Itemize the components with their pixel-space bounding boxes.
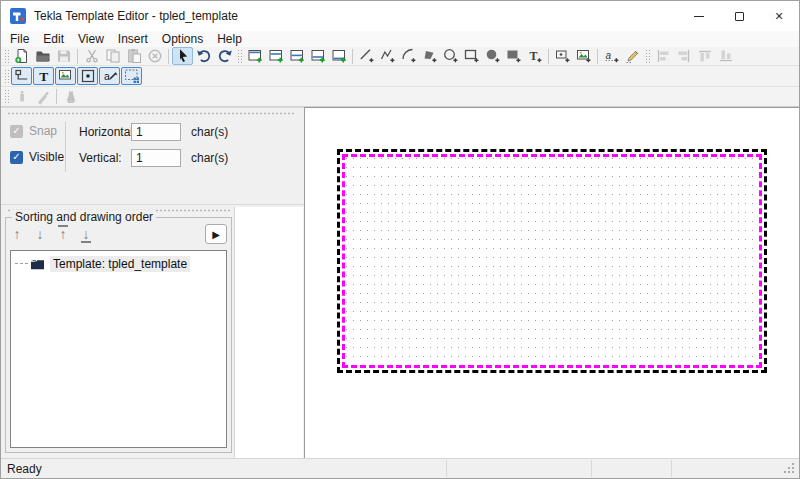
cut-button[interactable]	[81, 47, 102, 65]
toolbar-grip[interactable]	[237, 49, 242, 64]
menu-file[interactable]: File	[3, 31, 36, 47]
toolbar-grip[interactable]	[645, 49, 650, 64]
align-top-button[interactable]	[694, 47, 715, 65]
toggle-show-values-button[interactable]	[77, 67, 98, 85]
select-arrow-button[interactable]	[172, 47, 193, 65]
pen-tool-icon	[14, 89, 30, 105]
add-header-row-button[interactable]	[244, 47, 265, 65]
add-value-field-button[interactable]	[552, 47, 573, 65]
rotate-tool-icon	[35, 89, 51, 105]
add-polyline-button[interactable]	[377, 47, 398, 65]
open-file-button[interactable]	[32, 47, 53, 65]
add-filled-ellipse-button[interactable]	[482, 47, 503, 65]
tekla-logo-icon	[10, 8, 26, 24]
minimize-button[interactable]	[679, 1, 719, 31]
snap-checkbox[interactable]: ✓	[10, 125, 23, 138]
rotate-tool-button[interactable]	[32, 88, 53, 106]
redo-button[interactable]	[214, 47, 235, 65]
title-bar: Tekla Template Editor - tpled_template ×	[1, 1, 799, 31]
move-to-bottom-button[interactable]: ↓	[79, 226, 93, 242]
paste-button[interactable]	[123, 47, 144, 65]
maximize-button[interactable]	[719, 1, 759, 31]
toolbar-grip[interactable]	[4, 69, 9, 84]
dock-empty-area	[234, 207, 303, 458]
new-file-button[interactable]	[11, 47, 32, 65]
fill-tool-button[interactable]	[60, 88, 81, 106]
menu-insert[interactable]: Insert	[111, 31, 155, 47]
save-file-icon	[56, 48, 72, 64]
close-button[interactable]: ×	[759, 1, 799, 31]
toggle-show-drawing-area-button[interactable]	[121, 67, 142, 85]
sorting-section: Sorting and drawing order ↑ ↓ ↑ ↓ ▶ Temp…	[1, 205, 304, 458]
copy-icon	[105, 48, 121, 64]
align-right-icon	[676, 48, 692, 64]
pen-tool-button[interactable]	[11, 88, 32, 106]
add-page-footer-row-button[interactable]	[307, 47, 328, 65]
vertical-input[interactable]	[131, 149, 181, 167]
redo-icon	[217, 48, 233, 64]
horizontal-input[interactable]	[131, 123, 181, 141]
svg-text:T: T	[39, 69, 48, 84]
undo-button[interactable]	[193, 47, 214, 65]
svg-text:a: a	[104, 70, 110, 82]
menu-view[interactable]: View	[71, 31, 111, 47]
add-arc-icon	[401, 48, 417, 64]
add-circle-icon	[443, 48, 459, 64]
toggle-show-texts-button[interactable]: T	[33, 67, 54, 85]
menu-options[interactable]: Options	[155, 31, 210, 47]
add-footer-row-button[interactable]	[328, 47, 349, 65]
menu-help[interactable]: Help	[210, 31, 249, 47]
add-arc-button[interactable]	[398, 47, 419, 65]
align-left-button[interactable]	[652, 47, 673, 65]
align-bottom-button[interactable]	[715, 47, 736, 65]
toggle-show-attributes-button[interactable]: a	[99, 67, 120, 85]
add-filled-rectangle-button[interactable]	[503, 47, 524, 65]
expand-button[interactable]: ▶	[205, 224, 227, 244]
move-up-button[interactable]: ↑	[10, 226, 24, 242]
save-file-button[interactable]	[53, 47, 74, 65]
toggle-show-pictures-button[interactable]	[55, 67, 76, 85]
move-down-button[interactable]: ↓	[33, 226, 47, 242]
add-line-button[interactable]	[356, 47, 377, 65]
copy-button[interactable]	[102, 47, 123, 65]
delete-button[interactable]	[144, 47, 165, 65]
visible-checkbox[interactable]: ✓	[10, 151, 23, 164]
toggle-snap-objects-button[interactable]	[11, 67, 32, 85]
template-tree[interactable]: Template: tpled_template	[10, 250, 227, 448]
align-right-button[interactable]	[673, 47, 694, 65]
add-attribute-text-button[interactable]: a	[601, 47, 622, 65]
add-circle-button[interactable]	[440, 47, 461, 65]
template-boundary[interactable]	[337, 149, 767, 373]
toolbar-row-main: Ta	[1, 47, 799, 66]
status-bar: Ready	[1, 458, 799, 478]
add-picture-button[interactable]	[573, 47, 594, 65]
toolbar-grip[interactable]	[4, 89, 9, 104]
add-rectangle-button[interactable]	[461, 47, 482, 65]
add-page-header-row-button[interactable]	[265, 47, 286, 65]
select-arrow-icon	[175, 48, 191, 64]
add-filled-rectangle-icon	[506, 48, 522, 64]
add-text-button[interactable]: T	[524, 47, 545, 65]
add-line-icon	[359, 48, 375, 64]
add-value-row-button[interactable]	[286, 47, 307, 65]
resize-grip[interactable]	[784, 463, 795, 474]
open-file-icon	[35, 48, 51, 64]
tree-item-label[interactable]: Template: tpled_template	[50, 256, 190, 272]
move-to-top-button[interactable]: ↑	[56, 226, 70, 242]
edit-object-button[interactable]	[622, 47, 643, 65]
undo-icon	[196, 48, 212, 64]
add-polygon-icon	[422, 48, 438, 64]
drawing-canvas[interactable]	[304, 107, 799, 458]
status-divider	[446, 460, 447, 477]
panel-drag-grip[interactable]	[7, 112, 296, 115]
add-filled-ellipse-icon	[485, 48, 501, 64]
menu-edit[interactable]: Edit	[36, 31, 71, 47]
add-value-field-icon	[555, 48, 571, 64]
toolbar-grip[interactable]	[4, 49, 9, 64]
window-controls: ×	[679, 1, 799, 31]
tree-item-template[interactable]: Template: tpled_template	[11, 254, 226, 273]
app-icon	[10, 8, 26, 24]
status-message: Ready	[1, 462, 42, 476]
add-polygon-button[interactable]	[419, 47, 440, 65]
toolbar-separator	[168, 49, 169, 64]
